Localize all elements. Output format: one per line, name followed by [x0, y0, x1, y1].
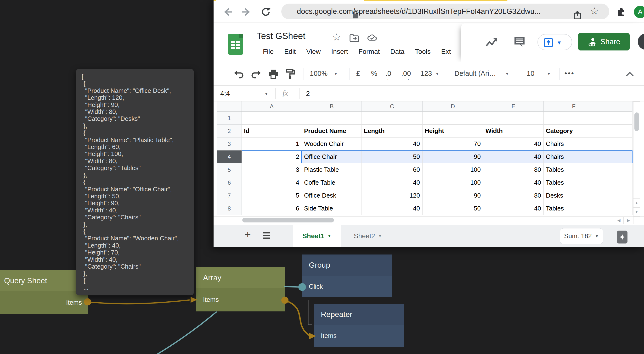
row-header-8[interactable]: 8 [217, 202, 242, 215]
scroll-left-button[interactable]: ◀ [614, 216, 624, 224]
paint-format-icon[interactable] [286, 69, 295, 80]
node-array-header[interactable]: Array [196, 267, 285, 288]
cell-G4[interactable] [604, 150, 632, 163]
cell-E8[interactable]: 40 [483, 202, 544, 215]
cell-F6[interactable]: Tables [544, 176, 604, 189]
cell-E2[interactable]: Width [483, 125, 544, 138]
cell-A6[interactable]: 4 [242, 176, 302, 189]
cell-G6[interactable] [604, 176, 632, 189]
cell-F8[interactable]: Tables [544, 202, 604, 215]
cell-A5[interactable]: 3 [242, 163, 302, 176]
row-header-7[interactable]: 7 [217, 189, 242, 202]
cell-E1[interactable] [483, 112, 544, 125]
cell-F3[interactable]: Chairs [544, 138, 604, 150]
cell-E6[interactable]: 40 [483, 176, 544, 189]
col-header-F[interactable]: F [544, 101, 604, 112]
cell-C1[interactable] [362, 112, 422, 125]
chevron-down-icon[interactable]: ▼ [264, 92, 268, 96]
col-header-A[interactable]: A [242, 101, 302, 112]
share-button[interactable]: Share [578, 33, 630, 50]
cell-C4[interactable]: 50 [362, 150, 422, 163]
sheets-profile-avatar[interactable] [638, 33, 644, 50]
font-size-select[interactable]: 10 [527, 70, 534, 77]
node-repeater-header[interactable]: Repeater [314, 304, 404, 325]
menu-tools[interactable]: Tools [415, 48, 430, 55]
scroll-down-button[interactable]: ▼ [633, 207, 640, 216]
col-header-C[interactable]: C [362, 101, 422, 112]
forward-icon[interactable] [242, 7, 252, 17]
explore-button[interactable] [617, 231, 628, 244]
chevron-down-icon[interactable]: ▼ [334, 71, 338, 76]
menu-view[interactable]: View [306, 48, 320, 55]
print-icon[interactable] [268, 69, 278, 79]
collapse-toolbar-icon[interactable] [626, 72, 634, 79]
all-sheets-button[interactable] [263, 232, 270, 239]
undo-icon[interactable] [234, 69, 244, 79]
vertical-scrollbar-thumb[interactable] [634, 112, 639, 131]
col-header-G[interactable] [604, 101, 632, 112]
cell-D8[interactable]: 50 [422, 202, 483, 215]
cell-C8[interactable]: 40 [362, 202, 422, 215]
cell-F5[interactable]: Tables [544, 163, 604, 176]
font-select[interactable]: Default (Ari… [454, 70, 496, 77]
cell-B7[interactable]: Office Desk [302, 189, 362, 202]
cell-D2[interactable]: Height [422, 125, 483, 138]
cell-E7[interactable]: 80 [483, 189, 544, 202]
cell-D5[interactable]: 100 [422, 163, 483, 176]
tab-sheet1[interactable]: Sheet1 ▼ [293, 225, 341, 247]
menu-ext[interactable]: Ext [441, 48, 451, 55]
cell-E3[interactable]: 40 [483, 138, 544, 150]
col-header-B[interactable]: B [302, 101, 362, 112]
browser-profile-avatar[interactable]: A [634, 6, 644, 18]
cell-C2[interactable]: Length [362, 125, 422, 138]
document-title[interactable]: Test GSheet [257, 31, 306, 41]
cell-B3[interactable]: Wooden Chair [302, 138, 362, 150]
cell-G1[interactable] [604, 112, 632, 125]
cell-B8[interactable]: Side Table [302, 202, 362, 215]
star-document-icon[interactable]: ☆ [332, 31, 341, 42]
sum-indicator[interactable]: Sum: 182 ▼ [560, 228, 603, 244]
cell-G2[interactable] [604, 125, 632, 138]
col-header-D[interactable]: D [422, 101, 483, 112]
cell-A4[interactable]: 2 [242, 150, 302, 163]
name-box[interactable]: 4:4 [220, 90, 230, 98]
chevron-down-icon[interactable]: ▼ [435, 71, 439, 76]
row-header-1[interactable]: 1 [217, 112, 242, 125]
present-button[interactable]: ▼ [538, 34, 572, 50]
cloud-saved-icon[interactable] [367, 33, 377, 42]
more-toolbar-options[interactable]: ••• [564, 70, 574, 77]
activity-trend-icon[interactable] [485, 37, 498, 47]
format-currency-button[interactable]: £ [356, 70, 360, 77]
cell-D4[interactable]: 90 [422, 150, 483, 163]
cell-A8[interactable]: 6 [242, 202, 302, 215]
cell-D6[interactable]: 100 [422, 176, 483, 189]
comments-icon[interactable] [514, 36, 526, 48]
scroll-right-button[interactable]: ▶ [624, 216, 633, 224]
cell-F4[interactable]: Chairs [544, 150, 604, 163]
reload-icon[interactable] [261, 7, 270, 17]
cell-A7[interactable]: 5 [242, 189, 302, 202]
cell-G8[interactable] [604, 202, 632, 215]
cell-D3[interactable]: 70 [422, 138, 483, 150]
format-percent-button[interactable]: % [371, 70, 377, 77]
cell-E5[interactable]: 80 [483, 163, 544, 176]
cell-B6[interactable]: Coffe Table [302, 176, 362, 189]
node-group[interactable]: Group Click [302, 255, 392, 297]
extensions-puzzle-icon[interactable] [616, 7, 626, 16]
row-header-5[interactable]: 5 [217, 163, 242, 176]
cell-B2[interactable]: Product Name [302, 125, 362, 138]
node-group-header[interactable]: Group [302, 255, 392, 276]
bookmark-star-icon[interactable]: ☆ [590, 5, 599, 16]
cell-F1[interactable] [544, 112, 604, 125]
redo-icon[interactable] [251, 69, 261, 79]
cell-C5[interactable]: 60 [362, 163, 422, 176]
node-repeater[interactable]: Repeater Items [314, 304, 404, 347]
node-array[interactable]: Array Items [196, 267, 285, 312]
node-query-sheet[interactable]: Query Sheet Items [0, 270, 88, 314]
menu-file[interactable]: File [263, 48, 274, 55]
cell-G3[interactable] [604, 138, 632, 150]
url-text[interactable]: docs.google.com/spreadsheets/d/1D3IRuxIl… [297, 7, 540, 16]
cell-B5[interactable]: Plastic Table [302, 163, 362, 176]
formula-input[interactable]: 2 [306, 90, 310, 98]
menu-data[interactable]: Data [390, 48, 404, 55]
